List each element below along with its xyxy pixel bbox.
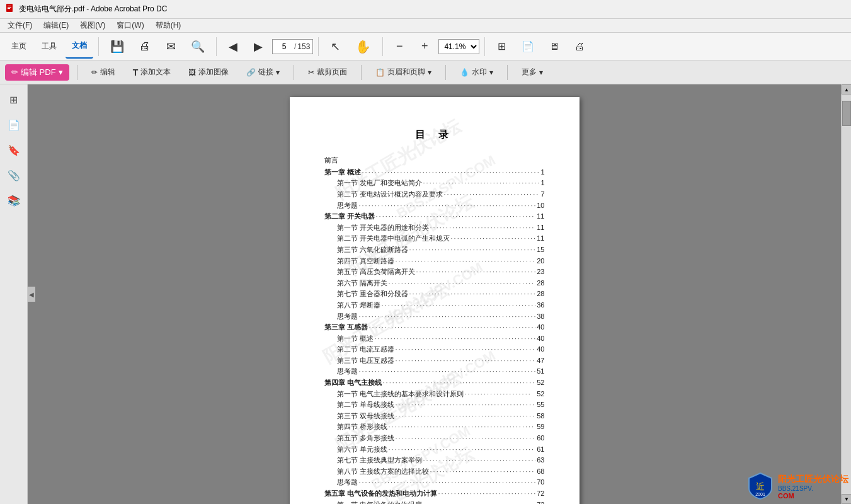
toc-ch2-s8-dots: ········································… <box>382 300 536 311</box>
page-number-input[interactable]: 5 <box>275 42 293 51</box>
collapse-panel-button[interactable]: ◀ <box>28 287 35 302</box>
tab-home[interactable]: 主页 <box>5 35 33 59</box>
svg-rect-2 <box>8 7 11 8</box>
toc-ch2-s3-page: 15 <box>537 244 544 256</box>
toc-ch2-think-page: 38 <box>537 311 544 323</box>
edit-pdf-label: 编辑 PDF <box>21 67 56 78</box>
hand-tool-button[interactable]: ✋ <box>349 35 377 59</box>
scroll-thumb[interactable] <box>842 101 851 126</box>
toc-ch4-think-page: 70 <box>537 477 544 488</box>
toc-ch2-s7-page: 28 <box>537 289 544 300</box>
toc-ch4-s8-label: 第八节 主接线方案的选择比较 <box>337 466 429 478</box>
toc-ch2-s5: 第五节 高压负荷隔离开关 ···························… <box>324 266 545 278</box>
toc-ch1-s1-dots: ········································… <box>423 178 540 189</box>
edit-pdf-button[interactable]: ✏ 编辑 PDF ▾ <box>5 64 69 81</box>
main-area: ⊞ 📄 🔖 📎 📚 ◀ 阳光工匠光伏论坛 阳光工匠光伏论坛 阳光工匠光伏论坛 阳… <box>0 84 851 504</box>
menu-edit[interactable]: 编辑(E) <box>38 19 74 32</box>
menu-window[interactable]: 窗口(W) <box>111 19 149 32</box>
prev-page-button[interactable]: ◀ <box>222 35 244 59</box>
toc-ch4-dots: ········································… <box>383 377 536 389</box>
zoom-select[interactable]: 41.1% 50% 75% 100% 125% 150% <box>438 39 479 54</box>
single-page-button[interactable]: 📄 <box>515 35 540 59</box>
pdf-view-area[interactable]: 阳光工匠光伏论坛 阳光工匠光伏论坛 阳光工匠光伏论坛 阳光工匠光伏论坛 阳光工匠… <box>28 84 841 504</box>
sep1 <box>98 37 99 56</box>
menu-file[interactable]: 文件(F) <box>3 19 37 32</box>
toc-ch3-s3-label: 第三节 电压互感器 <box>337 355 394 367</box>
toc-ch2-s8-page: 36 <box>537 300 544 311</box>
toc-ch1-dots: ········································… <box>362 167 540 178</box>
edit-tool-watermark[interactable]: 💧 水印 ▾ <box>454 64 500 80</box>
toc-ch2-s6-label: 第六节 隔离开关 <box>337 278 387 289</box>
toc-ch2-s5-page: 23 <box>537 266 544 278</box>
toc-ch4-s5-dots: ········································… <box>396 433 536 444</box>
scroll-track[interactable] <box>842 94 851 494</box>
scroll-up-button[interactable]: ▲ <box>842 84 851 94</box>
toc-ch2-s1-label: 第一节 开关电器的用途和分类 <box>337 222 429 234</box>
more-label: 更多 <box>522 67 537 77</box>
edit-sep3 <box>361 65 362 80</box>
toc-ch4-s7: 第七节 主接线典型方案举例 ··························… <box>324 455 545 466</box>
title-icon <box>5 3 15 15</box>
toc-ch1-s2-label: 第二节 变电站设计概况内容及要求 <box>337 189 443 200</box>
sep3 <box>318 37 319 56</box>
save-button[interactable]: 💾 <box>104 35 130 59</box>
fit-page-button[interactable]: ⊞ <box>490 35 513 59</box>
sep5 <box>484 37 485 56</box>
zoom-in-button[interactable]: + <box>413 35 436 59</box>
main-toolbar: 主页 工具 文档 💾 🖨 ✉ 🔍 ◀ ▶ 5 / 153 ↖ ✋ − + 41.… <box>0 33 851 60</box>
toc-ch4-s7-dots: ········································… <box>423 455 536 466</box>
logo-shield-icon: 近 2001 <box>746 472 774 501</box>
next-page-button[interactable]: ▶ <box>247 35 270 59</box>
email-button[interactable]: ✉ <box>159 35 182 59</box>
panel-bookmark-button[interactable]: 🔖 <box>4 140 24 160</box>
edit-tool-addimage[interactable]: 🖼 添加图像 <box>182 64 235 80</box>
edit-tool-crop[interactable]: ✂ 裁剪页面 <box>302 64 353 80</box>
toc-ch3-s2-label: 第二节 电流互感器 <box>337 344 394 355</box>
watermark-label: 水印 <box>472 67 487 77</box>
tab-tools[interactable]: 工具 <box>35 35 63 59</box>
toc-ch4-label: 第四章 电气主接线 <box>324 377 382 389</box>
toc-ch4-s2-page: 55 <box>537 399 544 411</box>
toc-ch1-s2-dots: ········································… <box>444 189 540 200</box>
edit-tool-edit[interactable]: ✏ 编辑 <box>85 64 122 80</box>
toc-ch4-s7-page: 63 <box>537 455 544 466</box>
toc-ch2-s7-label: 第七节 重合器和分段器 <box>337 289 408 300</box>
tab-document[interactable]: 文档 <box>66 35 93 59</box>
edit-icon: ✏ <box>91 68 98 77</box>
edit-tool-link[interactable]: 🔗 链接 ▾ <box>240 64 286 80</box>
watermark-dropdown-icon: ▾ <box>489 68 493 77</box>
toc-ch4-s2-label: 第二节 单母线接线 <box>337 399 394 411</box>
select-tool-button[interactable]: ↖ <box>324 35 346 59</box>
toc-ch2: 第二章 开关电器 ·······························… <box>324 211 545 222</box>
edit-tool-header[interactable]: 📋 页眉和页脚 ▾ <box>369 64 438 80</box>
edit-tool-addtext[interactable]: T 添加文本 <box>127 64 178 80</box>
print-button[interactable]: 🖨 <box>133 35 157 59</box>
toc-ch2-label: 第二章 开关电器 <box>324 211 375 222</box>
logo-brand-com: COM <box>778 492 848 500</box>
panel-grid-button[interactable]: ⊞ <box>4 89 24 110</box>
toc-ch4-s4-page: 59 <box>537 421 544 433</box>
toc-preface: 前言 <box>324 154 545 167</box>
panel-layers-button[interactable]: 📚 <box>4 190 24 210</box>
toc-ch2-dots: ········································… <box>376 211 536 222</box>
print-view-button[interactable]: 🖨 <box>568 35 591 59</box>
search-button[interactable]: 🔍 <box>185 35 211 59</box>
edit-tool-more[interactable]: 更多 ▾ <box>515 64 549 80</box>
toc-ch2-page: 11 <box>537 211 544 222</box>
toc-ch4-s8-dots: ········································… <box>430 466 536 478</box>
toc-ch2-s2-label: 第二节 开关电器中电弧的产生和熄灭 <box>337 233 450 244</box>
zoom-out-button[interactable]: − <box>388 35 411 59</box>
toc-ch1-s1-label: 第一节 发电厂和变电站简介 <box>337 178 422 189</box>
toc-ch4-s4: 第四节 桥形接线 ·······························… <box>324 421 545 433</box>
toc-ch3-s1-page: 40 <box>537 333 544 345</box>
menu-view[interactable]: 视图(V) <box>75 19 110 32</box>
toc-ch1-s2: 第二节 变电站设计概况内容及要求 ·······················… <box>324 189 545 200</box>
toc-ch5-s1-dots: ········································… <box>423 500 536 504</box>
full-screen-button[interactable]: 🖥 <box>543 35 566 59</box>
toc-ch3-label: 第三章 互感器 <box>324 322 368 333</box>
toc-ch3-s3-dots: ········································… <box>396 355 536 367</box>
edit-sep4 <box>445 65 446 80</box>
panel-attach-button[interactable]: 📎 <box>4 165 24 185</box>
panel-page-button[interactable]: 📄 <box>4 115 24 135</box>
menu-help[interactable]: 帮助(H) <box>151 19 186 32</box>
